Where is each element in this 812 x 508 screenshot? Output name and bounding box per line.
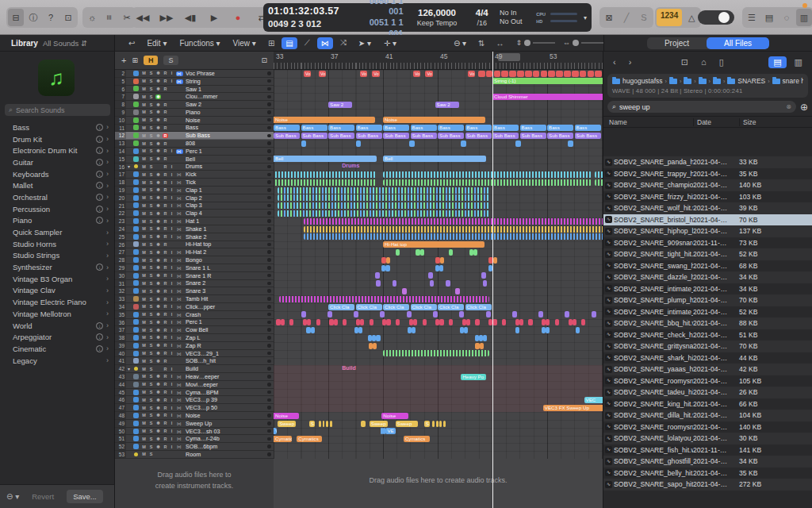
loop-button[interactable]: ⋈ xyxy=(174,374,184,379)
playhead[interactable] xyxy=(492,52,493,508)
import-icon[interactable]: ⊡ xyxy=(60,9,76,26)
input-monitor-button[interactable]: I xyxy=(169,79,174,83)
region-stripe[interactable] xyxy=(383,179,592,186)
track-row-7[interactable]: 7MS❄Clou…mmer xyxy=(115,93,274,101)
mute-button[interactable]: M xyxy=(140,250,147,255)
loop-button[interactable]: ⋈ xyxy=(174,444,184,449)
flex-icon[interactable]: ⤨ xyxy=(336,37,350,49)
track-row-6[interactable]: 6MS❄RSaw 1 xyxy=(115,86,274,94)
record-enable-button[interactable]: R xyxy=(162,102,169,107)
solo-button[interactable]: S xyxy=(147,187,155,192)
record-enable-button[interactable]: R xyxy=(162,281,169,286)
snap-menu[interactable]: ⊖ ▾ xyxy=(449,37,471,49)
region-hit[interactable] xyxy=(493,257,497,264)
region-Bell[interactable]: Bell xyxy=(383,156,486,162)
region-Bass[interactable]: Bass xyxy=(274,125,300,131)
region-Cymatics[interactable]: Cymatics xyxy=(297,436,322,442)
freeze-button[interactable]: ❄ xyxy=(155,172,162,177)
input-monitor-button[interactable]: I xyxy=(169,211,174,216)
region-hit[interactable] xyxy=(385,265,389,271)
file-row[interactable]: ∿SOBV2_SNARE_909snare2021-11-…73 KB xyxy=(603,237,812,249)
region-hit[interactable] xyxy=(416,249,419,256)
record-enable-button[interactable]: R xyxy=(162,141,169,146)
solo-button[interactable]: S xyxy=(147,94,155,99)
freeze-button[interactable]: ❄ xyxy=(155,156,162,161)
region-VEC3 FX Sweep Up[interactable]: VEC3 FX Sweep Up xyxy=(543,405,603,411)
download-icon[interactable]: ↓ xyxy=(96,217,103,224)
mute-button[interactable]: M xyxy=(140,413,147,418)
region-hit[interactable] xyxy=(541,71,548,77)
freeze-button[interactable]: ❄ xyxy=(155,180,162,185)
input-monitor-button[interactable]: I xyxy=(169,335,174,340)
browsers-icon[interactable]: ▥ xyxy=(796,9,812,26)
mute-button[interactable]: M xyxy=(140,289,147,294)
freeze-button[interactable]: ❄ xyxy=(155,71,162,75)
mute-button[interactable]: M xyxy=(140,187,147,192)
solo-button[interactable]: S xyxy=(147,413,155,418)
file-row[interactable]: ∿SOBV2_SNARE_lolatyou_2021-04-…30 KB xyxy=(603,433,812,444)
pointer-tool-menu[interactable]: ➤ ▾ xyxy=(354,37,376,49)
mute-button[interactable]: M xyxy=(140,234,147,239)
mute-button[interactable]: M xyxy=(140,79,147,83)
region-hit[interactable] xyxy=(360,319,364,325)
track-row-18[interactable]: 18MS❄RI⋈Tick xyxy=(115,179,274,187)
region-hit[interactable] xyxy=(569,319,573,325)
track-row-10[interactable]: 10MS❄RNoise xyxy=(115,117,274,125)
master-volume-toggle[interactable] xyxy=(698,10,734,25)
input-monitor-button[interactable]: I xyxy=(169,320,174,325)
region-hit[interactable] xyxy=(581,319,585,325)
track-row-31[interactable]: 31MS❄RI⋈Snare 2 xyxy=(115,280,274,288)
input-monitor-button[interactable]: I xyxy=(169,374,174,379)
loop-button[interactable]: ⋈ xyxy=(174,187,184,193)
mute-button[interactable]: M xyxy=(140,94,147,99)
record-enable-button[interactable]: R xyxy=(162,117,169,122)
library-item-world[interactable]: World↓› xyxy=(0,320,115,332)
region-Bass[interactable]: Bass xyxy=(492,125,519,131)
region-hit[interactable] xyxy=(546,327,550,333)
input-monitor-button[interactable]: I xyxy=(169,172,174,177)
record-enable-button[interactable]: R xyxy=(162,297,169,302)
region-hit[interactable] xyxy=(380,311,385,318)
region-stripe[interactable] xyxy=(595,171,603,178)
region-hit[interactable] xyxy=(528,319,532,325)
zoom-horizontal-icon[interactable]: ↔ xyxy=(492,37,508,49)
input-monitor-button[interactable]: I xyxy=(169,297,174,302)
record-enable-button[interactable]: R xyxy=(162,312,169,317)
region-hit[interactable] xyxy=(466,319,470,325)
track-row-27[interactable]: 27MS❄RI⋈Hi-Hat 2 xyxy=(115,248,274,256)
record-enable-button[interactable]: R xyxy=(162,382,169,387)
mute-button[interactable]: M xyxy=(140,320,147,325)
mute-button[interactable]: M xyxy=(140,71,147,75)
freeze-button[interactable]: ❄ xyxy=(155,265,162,270)
region-hit[interactable] xyxy=(492,319,496,325)
pencil-icon[interactable]: ╱ xyxy=(619,9,634,26)
mute-button[interactable]: M xyxy=(140,359,147,364)
record-enable-button[interactable]: R xyxy=(162,250,169,255)
loop-button[interactable]: ⋈ xyxy=(174,257,184,263)
region-Click Cla[interactable]: Click Cla xyxy=(465,304,492,310)
record-enable-button[interactable]: R xyxy=(162,421,169,425)
solo-button[interactable]: S xyxy=(147,164,155,169)
solo-button[interactable]: S xyxy=(147,79,155,83)
region-VEC[interactable]: VEC xyxy=(584,397,603,403)
loops-icon[interactable]: ◌ xyxy=(779,9,795,26)
freeze-button[interactable]: ❄ xyxy=(155,258,162,263)
solo-button[interactable]: S xyxy=(147,398,155,402)
lcd-chevron-down-icon[interactable]: ▾ xyxy=(584,14,587,21)
document-icon[interactable]: ▯ xyxy=(714,56,729,68)
track-row-5[interactable]: 5MS❄RI⋈String xyxy=(115,78,274,86)
file-row[interactable]: ∿SOBV2_SNARE_trappy_h2021-04-…35 KB xyxy=(603,168,812,180)
region-hit[interactable] xyxy=(307,319,311,325)
solo-button[interactable]: S xyxy=(147,133,155,138)
track-row-51[interactable]: 51MS❄RI⋈Cyma…r-24b xyxy=(115,435,274,443)
mute-button[interactable]: M xyxy=(140,125,147,130)
solo-button[interactable]: S xyxy=(147,203,155,208)
region-hit[interactable] xyxy=(572,71,579,77)
track-row-52[interactable]: 52MS❄RI⋈SOB…6bpm xyxy=(115,443,274,451)
region-Noise[interactable]: Noise xyxy=(381,413,408,419)
library-item-vintage-b3-organ[interactable]: Vintage B3 Organ› xyxy=(0,273,115,285)
solo-button[interactable]: S xyxy=(147,141,155,146)
region-stripe[interactable] xyxy=(304,218,603,225)
library-search-input[interactable]: ⌕ Search Sounds xyxy=(5,104,110,116)
region-hit[interactable] xyxy=(281,319,285,325)
